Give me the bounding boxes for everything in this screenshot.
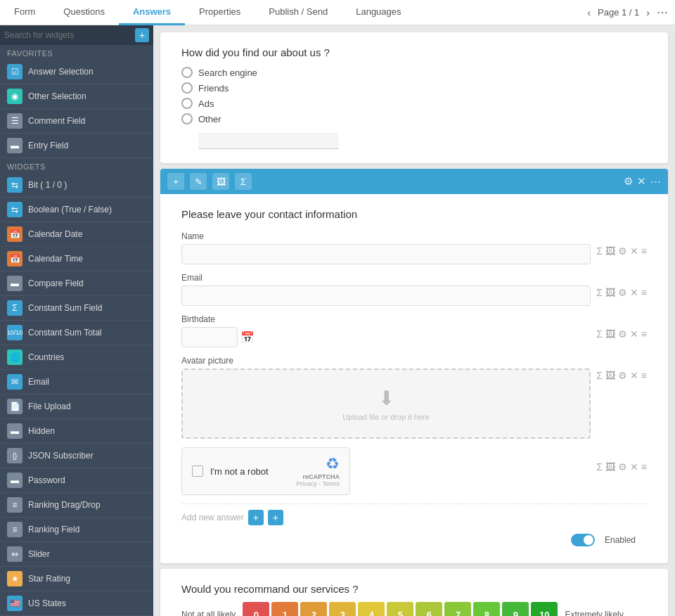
sidebar-item-hidden[interactable]: ▬ Hidden	[0, 419, 153, 444]
sidebar-item-slider[interactable]: ⇔ Slider	[0, 542, 153, 567]
email-input[interactable]	[181, 285, 591, 306]
sidebar-item-constant-sum-total[interactable]: 10/10 Constant Sum Total	[0, 321, 153, 345]
add-field-button[interactable]: +	[167, 173, 184, 190]
add-widget-button[interactable]: +	[135, 28, 149, 42]
sigma-icon[interactable]: Σ	[596, 461, 603, 473]
drag-icon[interactable]: ≡	[641, 461, 647, 473]
name-input[interactable]	[181, 244, 591, 264]
radio-other[interactable]	[181, 113, 193, 124]
sidebar-item-boolean[interactable]: ⇆ Boolean (True / False)	[0, 198, 153, 222]
rating-button-1[interactable]: 1	[271, 602, 298, 616]
sidebar-item-answer-selection[interactable]: ☑ Answer Selection	[0, 60, 153, 84]
email-field-actions: Σ 🖼 ⚙ ✕ ≡	[596, 273, 647, 298]
sidebar-item-star-rating[interactable]: ★ Star Rating	[0, 567, 153, 591]
email-field-row: Email Σ 🖼 ⚙ ✕ ≡	[181, 273, 647, 306]
search-input[interactable]	[4, 30, 132, 40]
rating-button-6[interactable]: 6	[416, 602, 442, 616]
radio-label: Search engine	[198, 68, 257, 78]
rating-button-9[interactable]: 9	[502, 602, 529, 616]
settings-icon[interactable]: ⚙	[618, 287, 627, 298]
sidebar-item-file-upload[interactable]: 📄 File Upload	[0, 394, 153, 419]
nav-answers[interactable]: Answers	[119, 0, 185, 25]
add-answer-button-2[interactable]: +	[268, 510, 283, 525]
image-icon[interactable]: 🖼	[605, 245, 615, 257]
settings-icon[interactable]: ⚙	[618, 370, 627, 381]
remove-icon[interactable]: ✕	[630, 328, 638, 340]
radio-friends[interactable]	[181, 82, 193, 94]
rating-button-3[interactable]: 3	[329, 602, 356, 616]
sidebar-item-ranking-drag[interactable]: ≡ Ranking Drag/Drop	[0, 493, 153, 518]
ranking-drag-icon: ≡	[7, 497, 22, 513]
avatar-upload-area[interactable]: ⬇ Upload file or drop it here	[181, 368, 591, 439]
sidebar-item-bit[interactable]: ⇆ Bit ( 1 / 0 )	[0, 173, 153, 198]
sidebar-item-calendar-date[interactable]: 📅 Calendar Date	[0, 222, 153, 247]
nav-form[interactable]: Form	[0, 0, 49, 25]
enabled-toggle[interactable]	[571, 534, 595, 546]
rating-block: Would you recommand our services ? Not a…	[160, 569, 668, 616]
sidebar-item-other-selection[interactable]: ◉ Other Selection	[0, 84, 153, 109]
rating-button-8[interactable]: 8	[473, 602, 500, 616]
edit-field-button[interactable]: ✎	[190, 173, 207, 190]
image-button[interactable]: 🖼	[212, 173, 229, 190]
drag-icon[interactable]: ≡	[641, 287, 647, 298]
radio-search-engine[interactable]	[181, 67, 193, 78]
option-other: Other	[181, 113, 647, 124]
remove-icon[interactable]: ✕	[630, 370, 638, 381]
prev-page-button[interactable]: ‹	[584, 6, 593, 20]
sidebar-item-calendar-time[interactable]: 📅 Calendar Time	[0, 247, 153, 271]
settings-icon[interactable]: ⚙	[618, 245, 627, 257]
comment-field-icon: ☰	[7, 113, 22, 129]
more-options-button[interactable]: ⋯	[657, 6, 668, 19]
close-button[interactable]: ✕	[637, 175, 646, 188]
remove-icon[interactable]: ✕	[630, 287, 638, 298]
rating-button-2[interactable]: 2	[300, 602, 327, 616]
image-icon[interactable]: 🖼	[605, 287, 615, 298]
drag-icon[interactable]: ≡	[641, 245, 647, 257]
remove-icon[interactable]: ✕	[630, 245, 638, 257]
sigma-icon[interactable]: Σ	[596, 370, 603, 381]
sidebar-item-constant-sum-field[interactable]: Σ Constant Sum Field	[0, 296, 153, 321]
nav-languages[interactable]: Languages	[342, 0, 415, 25]
settings-icon[interactable]: ⚙	[618, 328, 627, 340]
calendar-icon[interactable]: 📅	[240, 331, 255, 344]
more-button[interactable]: ⋯	[650, 175, 661, 188]
captcha-checkbox[interactable]	[192, 466, 203, 477]
other-text-input[interactable]	[198, 133, 339, 149]
entry-field-icon: ▬	[7, 138, 22, 153]
sidebar-item-email[interactable]: ✉ Email	[0, 370, 153, 394]
birthdate-input[interactable]	[181, 327, 238, 347]
image-icon[interactable]: 🖼	[605, 328, 615, 340]
sidebar-item-countries[interactable]: 🌐 Countries	[0, 345, 153, 370]
sigma-icon[interactable]: Σ	[596, 328, 603, 340]
rating-button-10[interactable]: 10	[531, 602, 558, 616]
sigma-icon[interactable]: Σ	[596, 287, 603, 298]
sidebar-item-label: Star Rating	[28, 574, 70, 584]
nav-properties[interactable]: Properties	[185, 0, 255, 25]
sidebar-item-ranking-field[interactable]: ≡ Ranking Field	[0, 518, 153, 542]
remove-icon[interactable]: ✕	[630, 461, 638, 473]
add-answer-button-1[interactable]: +	[248, 510, 264, 525]
sidebar-item-compare-field[interactable]: ▬ Compare Field	[0, 271, 153, 296]
rating-button-4[interactable]: 4	[358, 602, 385, 616]
rating-button-0[interactable]: 0	[243, 602, 269, 616]
radio-ads[interactable]	[181, 98, 193, 109]
sidebar-item-entry-field[interactable]: ▬ Entry Field	[0, 134, 153, 158]
sidebar-item-us-states[interactable]: 🇺🇸 US States	[0, 591, 153, 616]
settings-button[interactable]: ⚙	[624, 175, 633, 188]
image-icon[interactable]: 🖼	[605, 461, 615, 473]
next-page-button[interactable]: ›	[643, 6, 652, 20]
drag-icon[interactable]: ≡	[641, 370, 647, 381]
sidebar-item-json-subscriber[interactable]: {} JSON Subscriber	[0, 444, 153, 468]
sigma-button[interactable]: Σ	[235, 173, 252, 190]
settings-icon[interactable]: ⚙	[618, 461, 627, 473]
nav-questions[interactable]: Questions	[49, 0, 119, 25]
sigma-icon[interactable]: Σ	[596, 245, 603, 257]
rating-button-7[interactable]: 7	[444, 602, 471, 616]
rating-button-5[interactable]: 5	[387, 602, 413, 616]
image-icon[interactable]: 🖼	[605, 370, 615, 381]
drag-icon[interactable]: ≡	[641, 328, 647, 340]
toggle-switch[interactable]	[571, 534, 595, 546]
sidebar-item-password[interactable]: ▬ Password	[0, 468, 153, 493]
sidebar-item-comment-field[interactable]: ☰ Comment Field	[0, 109, 153, 134]
nav-publish[interactable]: Publish / Send	[255, 0, 342, 25]
